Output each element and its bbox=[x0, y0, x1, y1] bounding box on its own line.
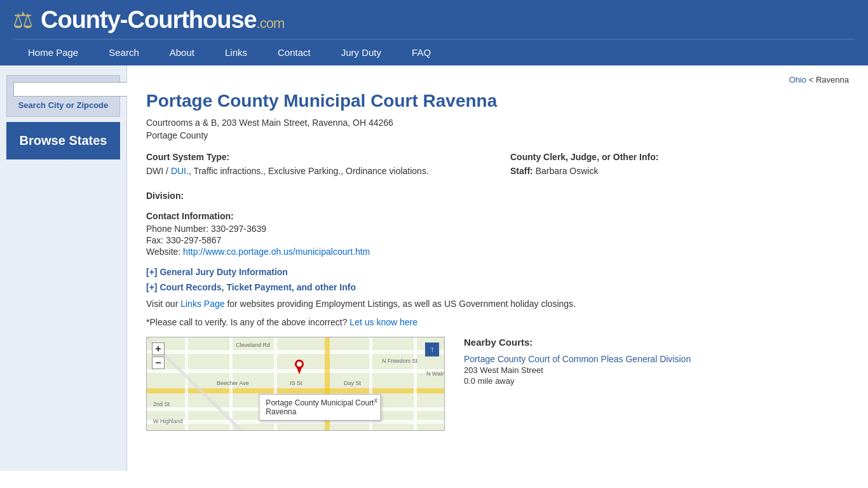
svg-point-24 bbox=[297, 362, 302, 367]
left-info: Court System Type: DWI / DUI., Traffic i… bbox=[146, 152, 485, 178]
svg-rect-11 bbox=[414, 337, 417, 431]
website-link[interactable]: http://www.co.portage.oh.us/municipalcou… bbox=[183, 247, 370, 257]
phone-label: Phone Number: bbox=[146, 224, 208, 234]
phone-value: 330-297-3639 bbox=[211, 224, 266, 234]
nav-jury-duty[interactable]: Jury Duty bbox=[326, 39, 397, 65]
links-note: Visit our Links Page for websites provid… bbox=[146, 297, 849, 311]
browse-states-button[interactable]: Browse States bbox=[6, 122, 120, 159]
search-input-row: GO bbox=[13, 82, 113, 97]
right-info: County Clerk, Judge, or Other Info: Staf… bbox=[510, 152, 849, 178]
nav-contact[interactable]: Contact bbox=[262, 39, 326, 65]
court-title: Portage County Municipal Court Ravenna bbox=[146, 91, 849, 111]
svg-text:N Walnut St: N Walnut St bbox=[426, 370, 445, 377]
map-popup-close-button[interactable]: x bbox=[374, 396, 377, 405]
main-layout: GO Search City or Zipcode Browse States … bbox=[0, 65, 868, 471]
nav-faq[interactable]: FAQ bbox=[397, 39, 446, 65]
website-label: Website: bbox=[146, 247, 180, 257]
logo-area: ⚖ County-Courthouse.com bbox=[13, 6, 855, 39]
nearby-court-address-0: 203 West Main Street bbox=[464, 365, 849, 375]
court-system-value: DWI / DUI., Traffic infractions., Exclus… bbox=[146, 165, 485, 178]
breadcrumb-separator: < bbox=[809, 75, 816, 85]
logo-com: .com bbox=[257, 15, 285, 31]
logo-main: County-Courthouse bbox=[41, 6, 257, 33]
info-grid: Court System Type: DWI / DUI., Traffic i… bbox=[146, 152, 849, 178]
links-note-before: Visit our bbox=[146, 299, 178, 309]
nav-about[interactable]: About bbox=[154, 39, 210, 65]
staff-value: Staff: Barbara Oswick bbox=[510, 165, 849, 178]
court-system-label: Court System Type: bbox=[146, 152, 485, 162]
nav-links[interactable]: Links bbox=[210, 39, 262, 65]
map-zoom-out-button[interactable]: − bbox=[152, 356, 165, 369]
nearby-court-link-0[interactable]: Portage County Court of Common Pleas Gen… bbox=[464, 354, 849, 364]
svg-rect-3 bbox=[147, 388, 445, 393]
header: ⚖ County-Courthouse.com Home Page Search… bbox=[0, 0, 868, 65]
map-container: Cleveland Rd Day St N Freedom St IS St N… bbox=[146, 337, 445, 431]
breadcrumb: Ohio < Ravenna bbox=[146, 75, 849, 85]
contact-section: Contact Information: Phone Number: 330-2… bbox=[146, 211, 849, 257]
bottom-section: Cleveland Rd Day St N Freedom St IS St N… bbox=[146, 337, 849, 431]
nearby-courts-title: Nearby Courts: bbox=[464, 337, 849, 348]
svg-text:2nd St: 2nd St bbox=[153, 401, 170, 407]
map-expand-icon[interactable]: ↑ bbox=[425, 342, 439, 356]
breadcrumb-state[interactable]: Ohio bbox=[789, 75, 806, 85]
map-popup: x Portage County Municipal Court Ravenna bbox=[259, 394, 381, 421]
jury-duty-link[interactable]: [+] General Jury Duty Information bbox=[146, 267, 849, 277]
svg-rect-2 bbox=[147, 369, 445, 373]
verify-note: *Please call to verify. Is any of the ab… bbox=[146, 317, 849, 327]
division-section: Division: bbox=[146, 191, 849, 201]
website-row: Website: http://www.co.portage.oh.us/mun… bbox=[146, 247, 849, 257]
scales-of-justice-icon: ⚖ bbox=[13, 7, 33, 34]
sidebar: GO Search City or Zipcode Browse States bbox=[0, 65, 127, 471]
court-address: Courtrooms a & B, 203 West Main Street, … bbox=[146, 118, 849, 128]
fax-label: Fax: bbox=[146, 235, 163, 245]
svg-rect-6 bbox=[185, 337, 188, 431]
svg-rect-1 bbox=[147, 350, 445, 354]
court-records-link[interactable]: [+] Court Records, Ticket Payment, and o… bbox=[146, 282, 849, 292]
svg-text:Cleveland Rd: Cleveland Rd bbox=[236, 342, 270, 348]
search-city-label: Search City or Zipcode bbox=[13, 100, 113, 110]
fax-value: 330-297-5867 bbox=[166, 235, 221, 245]
nav-search[interactable]: Search bbox=[93, 39, 154, 65]
svg-text:W Highland: W Highland bbox=[153, 418, 183, 424]
svg-text:Beecher Ave: Beecher Ave bbox=[217, 380, 249, 386]
map-popup-city: Ravenna bbox=[266, 407, 374, 416]
nearby-court-distance-0: 0.0 mile away bbox=[464, 376, 849, 386]
map-zoom-in-button[interactable]: + bbox=[152, 342, 165, 355]
logo-text: County-Courthouse.com bbox=[41, 6, 284, 34]
navigation: Home Page Search About Links Contact Jur… bbox=[13, 39, 855, 65]
clerk-label: County Clerk, Judge, or Other Info: bbox=[510, 152, 849, 162]
links-note-after: for websites providing Employment Listin… bbox=[227, 299, 576, 309]
verify-link[interactable]: Let us know here bbox=[349, 317, 417, 327]
content-area: Ohio < Ravenna Portage County Municipal … bbox=[127, 65, 868, 471]
links-page-link[interactable]: Links Page bbox=[180, 299, 224, 309]
search-box-area: GO Search City or Zipcode bbox=[6, 75, 120, 117]
svg-text:IS St: IS St bbox=[290, 380, 302, 386]
division-label: Division: bbox=[146, 191, 849, 201]
court-county: Portage County bbox=[146, 130, 849, 140]
svg-text:Day St: Day St bbox=[344, 380, 362, 386]
phone-row: Phone Number: 330-297-3639 bbox=[146, 224, 849, 234]
verify-before: *Please call to verify. Is any of the ab… bbox=[146, 317, 347, 327]
nav-home[interactable]: Home Page bbox=[13, 39, 93, 65]
search-input[interactable] bbox=[13, 82, 128, 97]
contact-label: Contact Information: bbox=[146, 211, 849, 221]
fax-row: Fax: 330-297-5867 bbox=[146, 235, 849, 245]
svg-text:N Freedom St: N Freedom St bbox=[382, 358, 418, 364]
dui-link[interactable]: DUI. bbox=[171, 166, 189, 176]
nearby-courts: Nearby Courts: Portage County Court of C… bbox=[464, 337, 849, 392]
map-popup-court: Portage County Municipal Court bbox=[266, 398, 374, 407]
breadcrumb-city: Ravenna bbox=[816, 75, 849, 85]
